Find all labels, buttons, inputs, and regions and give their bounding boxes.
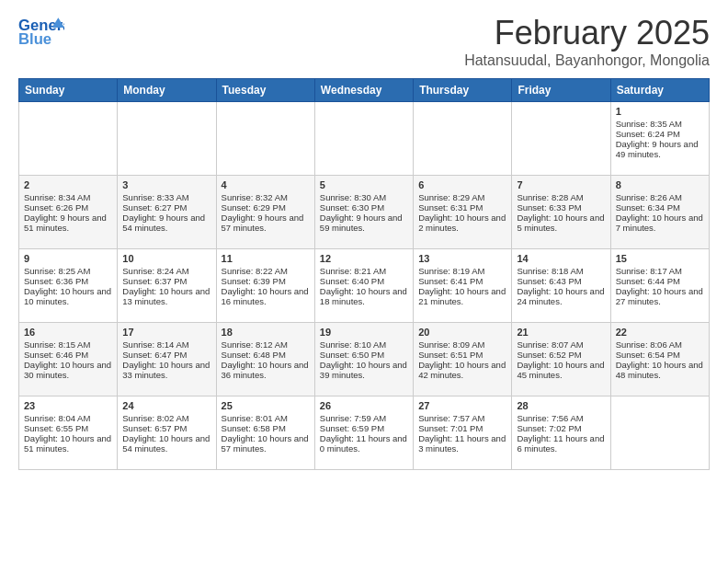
day-info: Sunrise: 8:01 AM xyxy=(222,413,310,423)
day-info: Sunset: 6:31 PM xyxy=(418,202,506,213)
calendar-cell: 2Sunrise: 8:34 AMSunset: 6:26 PMDaylight… xyxy=(19,176,118,249)
day-info: Sunrise: 8:19 AM xyxy=(418,266,506,276)
calendar-cell: 28Sunrise: 7:56 AMSunset: 7:02 PMDayligh… xyxy=(512,396,610,470)
header-wednesday: Wednesday xyxy=(314,79,413,102)
day-number: 14 xyxy=(517,253,605,264)
day-number: 22 xyxy=(616,327,704,338)
calendar-cell: 26Sunrise: 7:59 AMSunset: 6:59 PMDayligh… xyxy=(314,396,413,470)
day-number: 5 xyxy=(320,179,408,190)
calendar-cell: 22Sunrise: 8:06 AMSunset: 6:54 PMDayligh… xyxy=(610,323,709,396)
day-number: 7 xyxy=(517,179,605,190)
calendar-cell: 23Sunrise: 8:04 AMSunset: 6:55 PMDayligh… xyxy=(19,396,118,470)
day-number: 21 xyxy=(517,327,605,338)
calendar-cell xyxy=(414,102,512,176)
day-info: Sunrise: 8:15 AM xyxy=(24,339,112,350)
day-number: 26 xyxy=(320,400,408,411)
header-saturday: Saturday xyxy=(610,79,709,102)
calendar-header-row: Sunday Monday Tuesday Wednesday Thursday… xyxy=(19,79,710,102)
day-info: Sunset: 6:44 PM xyxy=(616,276,704,286)
day-number: 9 xyxy=(24,253,112,264)
day-info: Sunset: 6:24 PM xyxy=(616,129,704,139)
day-info: Sunrise: 8:32 AM xyxy=(222,192,310,202)
header-friday: Friday xyxy=(512,79,610,102)
day-info: Daylight: 10 hours and 57 minutes. xyxy=(222,433,310,454)
day-info: Sunrise: 7:56 AM xyxy=(517,413,605,423)
day-number: 20 xyxy=(418,327,506,338)
day-info: Sunset: 6:26 PM xyxy=(24,202,112,213)
day-number: 24 xyxy=(122,400,210,411)
day-number: 10 xyxy=(122,253,210,264)
day-info: Sunset: 6:47 PM xyxy=(122,350,210,360)
day-info: Daylight: 11 hours and 3 minutes. xyxy=(418,433,506,454)
svg-text:Blue: Blue xyxy=(18,30,51,48)
day-number: 4 xyxy=(222,179,310,190)
day-number: 2 xyxy=(24,179,112,190)
page-header: General Blue February 2025 Hatansuudal, … xyxy=(18,14,710,69)
day-info: Sunset: 6:43 PM xyxy=(517,276,605,286)
day-info: Sunrise: 8:09 AM xyxy=(418,339,506,350)
day-info: Sunset: 6:54 PM xyxy=(616,350,704,360)
day-info: Sunrise: 8:29 AM xyxy=(418,192,506,202)
logo-icon: General Blue xyxy=(18,14,64,51)
calendar-cell: 21Sunrise: 8:07 AMSunset: 6:52 PMDayligh… xyxy=(512,323,610,396)
day-info: Daylight: 10 hours and 30 minutes. xyxy=(24,360,112,380)
day-info: Sunrise: 8:07 AM xyxy=(517,339,605,350)
day-info: Sunset: 7:01 PM xyxy=(418,423,506,433)
calendar-cell: 25Sunrise: 8:01 AMSunset: 6:58 PMDayligh… xyxy=(216,396,314,470)
month-title: February 2025 xyxy=(464,14,710,52)
day-info: Daylight: 10 hours and 16 minutes. xyxy=(222,286,310,306)
calendar-cell: 1Sunrise: 8:35 AMSunset: 6:24 PMDaylight… xyxy=(610,102,709,176)
day-info: Daylight: 10 hours and 13 minutes. xyxy=(122,286,210,306)
day-info: Sunrise: 8:22 AM xyxy=(222,266,310,276)
day-info: Sunrise: 8:33 AM xyxy=(122,192,210,202)
day-info: Sunrise: 8:21 AM xyxy=(320,266,408,276)
day-info: Daylight: 11 hours and 0 minutes. xyxy=(320,433,408,454)
day-info: Sunrise: 8:30 AM xyxy=(320,192,408,202)
calendar-cell: 24Sunrise: 8:02 AMSunset: 6:57 PMDayligh… xyxy=(118,396,216,470)
day-number: 6 xyxy=(418,179,506,190)
day-info: Daylight: 10 hours and 24 minutes. xyxy=(517,286,605,306)
calendar-cell: 10Sunrise: 8:24 AMSunset: 6:37 PMDayligh… xyxy=(118,249,216,323)
calendar-cell: 27Sunrise: 7:57 AMSunset: 7:01 PMDayligh… xyxy=(414,396,512,470)
calendar-cell xyxy=(216,102,314,176)
day-info: Sunrise: 8:35 AM xyxy=(616,119,704,129)
day-number: 11 xyxy=(222,253,310,264)
day-info: Sunset: 6:29 PM xyxy=(222,202,310,213)
calendar-week-row: 16Sunrise: 8:15 AMSunset: 6:46 PMDayligh… xyxy=(19,323,710,396)
calendar-cell xyxy=(610,396,709,470)
calendar-cell: 3Sunrise: 8:33 AMSunset: 6:27 PMDaylight… xyxy=(118,176,216,249)
logo: General Blue xyxy=(18,14,64,51)
day-info: Sunrise: 8:24 AM xyxy=(122,266,210,276)
calendar-cell: 18Sunrise: 8:12 AMSunset: 6:48 PMDayligh… xyxy=(216,323,314,396)
header-monday: Monday xyxy=(118,79,216,102)
day-number: 19 xyxy=(320,327,408,338)
calendar-cell: 15Sunrise: 8:17 AMSunset: 6:44 PMDayligh… xyxy=(610,249,709,323)
location-subtitle: Hatansuudal, Bayanhongor, Mongolia xyxy=(464,52,710,69)
day-info: Daylight: 10 hours and 54 minutes. xyxy=(122,433,210,454)
day-number: 16 xyxy=(24,327,112,338)
day-number: 3 xyxy=(122,179,210,190)
day-info: Sunset: 7:02 PM xyxy=(517,423,605,433)
calendar-cell xyxy=(19,102,118,176)
day-info: Sunset: 6:51 PM xyxy=(418,350,506,360)
day-info: Sunrise: 8:14 AM xyxy=(122,339,210,350)
day-info: Daylight: 10 hours and 7 minutes. xyxy=(616,213,704,233)
day-info: Daylight: 9 hours and 51 minutes. xyxy=(24,213,112,233)
day-info: Sunrise: 8:04 AM xyxy=(24,413,112,423)
day-number: 23 xyxy=(24,400,112,411)
title-section: February 2025 Hatansuudal, Bayanhongor, … xyxy=(464,14,710,69)
day-info: Sunrise: 8:06 AM xyxy=(616,339,704,350)
calendar-week-row: 9Sunrise: 8:25 AMSunset: 6:36 PMDaylight… xyxy=(19,249,710,323)
day-info: Daylight: 9 hours and 54 minutes. xyxy=(122,213,210,233)
calendar-cell: 5Sunrise: 8:30 AMSunset: 6:30 PMDaylight… xyxy=(314,176,413,249)
calendar-cell xyxy=(314,102,413,176)
day-info: Daylight: 9 hours and 49 minutes. xyxy=(616,139,704,159)
day-info: Sunset: 6:57 PM xyxy=(122,423,210,433)
day-info: Daylight: 10 hours and 42 minutes. xyxy=(418,360,506,380)
day-info: Sunset: 6:39 PM xyxy=(222,276,310,286)
day-info: Daylight: 10 hours and 36 minutes. xyxy=(222,360,310,380)
day-info: Sunset: 6:41 PM xyxy=(418,276,506,286)
day-info: Sunset: 6:40 PM xyxy=(320,276,408,286)
day-info: Sunset: 6:33 PM xyxy=(517,202,605,213)
day-info: Sunset: 6:59 PM xyxy=(320,423,408,433)
